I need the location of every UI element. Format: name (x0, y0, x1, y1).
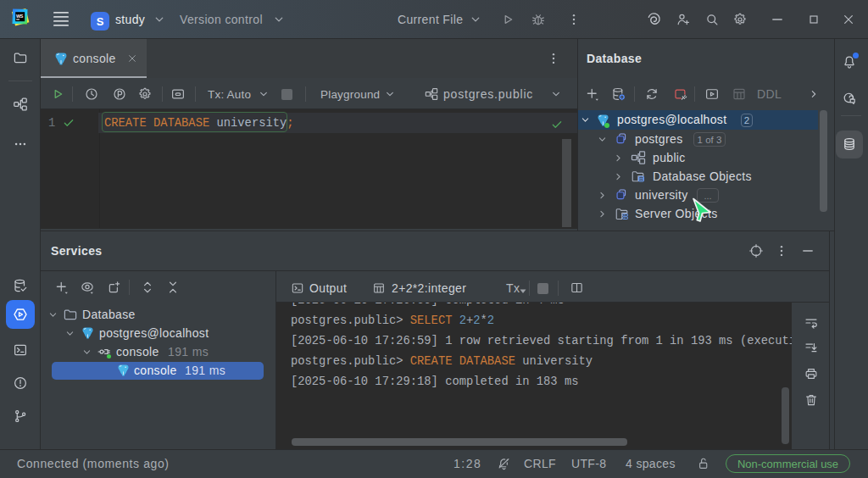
svg-text:WS: WS (16, 14, 24, 19)
